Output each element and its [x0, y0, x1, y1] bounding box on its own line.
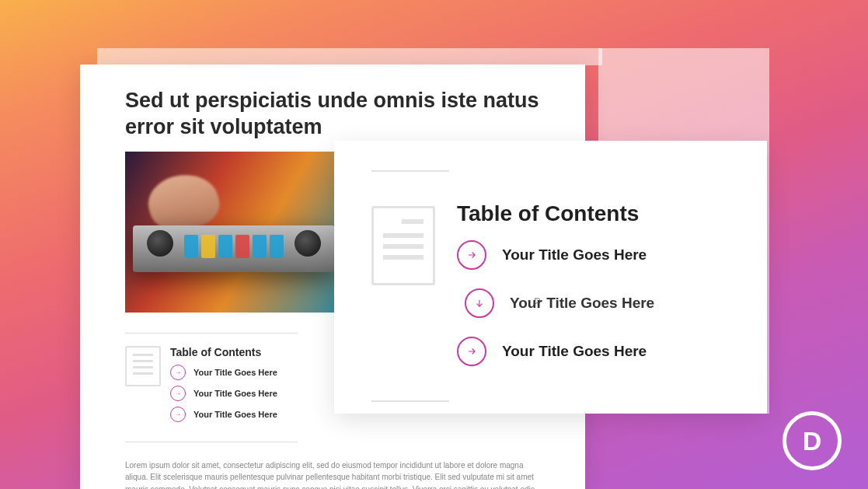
back-card-shadow [97, 48, 602, 65]
document-icon [125, 346, 161, 386]
divider [371, 400, 449, 402]
toc-large-heading: Table of Contents [457, 201, 730, 226]
document-icon [371, 206, 435, 285]
divider [125, 333, 298, 334]
toc-item-label: Your Title Goes Here [193, 410, 277, 419]
article-title: Sed ut perspiciatis unde omnis iste natu… [125, 88, 540, 141]
divider [371, 170, 449, 172]
divider [125, 442, 298, 442]
article-body: Lorem ipsum dolor sit amet, consectetur … [125, 459, 540, 490]
cursor-icon [532, 296, 542, 307]
logo-letter: D [803, 426, 822, 456]
toc-overlay-card: Table of Contents Your Title Goes Here Y… [334, 141, 767, 414]
toc-large-item[interactable]: Your Title Goes Here [457, 240, 730, 270]
arrow-right-icon: → [170, 386, 186, 401]
toc-item-label: Your Title Goes Here [502, 343, 647, 360]
toc-item-label: Your Title Goes Here [502, 246, 647, 264]
toc-large: Table of Contents Your Title Goes Here Y… [371, 201, 730, 385]
toc-large-item[interactable]: Your Title Goes Here [465, 288, 730, 318]
arrow-right-icon: → [170, 407, 186, 422]
arrow-right-icon [457, 240, 486, 270]
divi-logo: D [783, 411, 842, 470]
page-background: Sed ut perspiciatis unde omnis iste natu… [0, 0, 868, 489]
arrow-down-icon [465, 288, 494, 318]
arrow-right-icon: → [170, 365, 186, 380]
toc-item-label: Your Title Goes Here [193, 389, 277, 398]
hero-image [125, 152, 343, 313]
toc-item-label: Your Title Goes Here [193, 368, 277, 377]
toc-large-item[interactable]: Your Title Goes Here [457, 337, 730, 366]
arrow-right-icon [457, 337, 486, 366]
